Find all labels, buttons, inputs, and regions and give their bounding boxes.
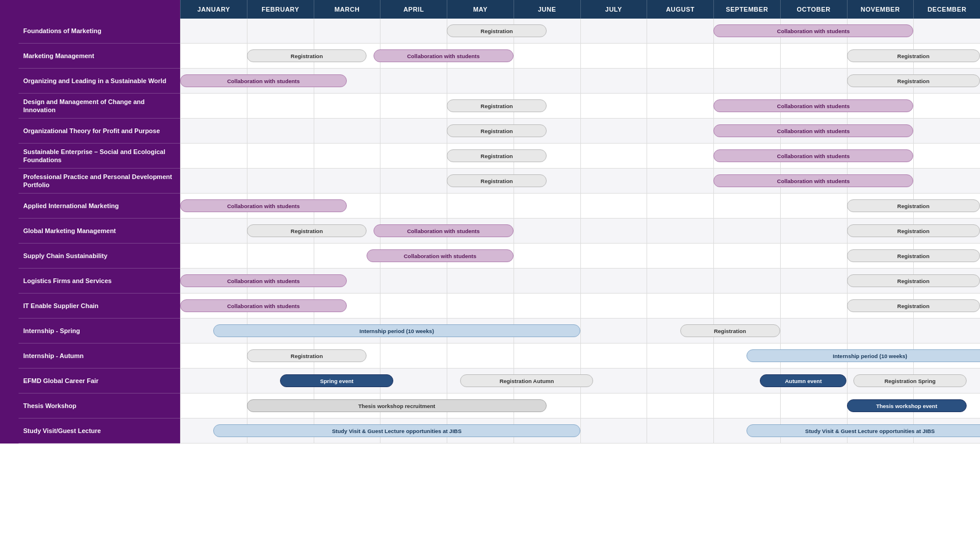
row-name: Thesis Workshop	[19, 394, 180, 419]
header-title	[0, 0, 180, 19]
month-header-august: AUGUST	[647, 0, 713, 19]
month-header-april: APRIL	[380, 0, 447, 19]
month-header-july: JULY	[580, 0, 647, 19]
activities-label	[0, 319, 19, 444]
row-name: Sustainable Enterprise – Social and Ecol…	[19, 144, 180, 169]
row-name: Professional Practice and Personal Devel…	[19, 169, 180, 194]
timeline-bar: Internship period (10 weeks)	[213, 324, 580, 337]
grid-row: RegistrationCollaboration with students	[180, 169, 980, 194]
timeline-bar: Registration	[447, 99, 547, 112]
month-header-january: JANUARY	[180, 0, 247, 19]
timeline-bar: Thesis workshop recruitment	[247, 399, 547, 412]
grid-row: RegistrationCollaboration with studentsR…	[180, 219, 980, 244]
timeline-bar: Registration Autumn	[460, 374, 594, 387]
timeline-bar: Registration	[447, 24, 547, 37]
timeline-bar: Registration	[247, 349, 367, 362]
timeline-bar: Collaboration with students	[713, 24, 913, 37]
month-header-may: MAY	[447, 0, 514, 19]
timeline-bar: Registration Spring	[853, 374, 967, 387]
row-name: Supply Chain Sustainability	[19, 244, 180, 269]
row-name: Foundations of Marketing	[19, 19, 180, 44]
timeline-bar: Registration	[847, 74, 981, 87]
grid-row: Thesis workshop recruitmentThesis worksh…	[180, 394, 980, 419]
timeline-bar: Collaboration with students	[374, 49, 514, 62]
row-name: Organizing and Leading in a Sustainable …	[19, 69, 180, 94]
month-header-december: DECEMBER	[913, 0, 980, 19]
timeline-bar: Collaboration with students	[713, 149, 913, 162]
grid-row: RegistrationInternship period (10 weeks)	[180, 344, 980, 369]
timeline-bar: Collaboration with students	[180, 74, 347, 87]
timeline-bar: Collaboration with students	[367, 249, 513, 262]
row-name: Organizational Theory for Profit and Pur…	[19, 119, 180, 144]
timeline-bar: Spring event	[280, 374, 393, 387]
row-name: Logistics Firms and Services	[19, 269, 180, 294]
grid-row: Spring eventRegistration AutumnAutumn ev…	[180, 369, 980, 394]
timeline-bar: Registration	[447, 174, 547, 187]
grid-row: Internship period (10 weeks)Registration	[180, 319, 980, 344]
timeline-bar: Registration	[847, 49, 981, 62]
month-header-june: JUNE	[514, 0, 580, 19]
timeline-bar: Registration	[447, 149, 547, 162]
month-header-october: OCTOBER	[780, 0, 847, 19]
grid-row: RegistrationCollaboration with students	[180, 119, 980, 144]
month-header-march: MARCH	[314, 0, 380, 19]
timeline-bar: Registration	[847, 199, 981, 212]
grid-row: Collaboration with studentsRegistration	[180, 294, 980, 319]
grid-row: Collaboration with studentsRegistration	[180, 269, 980, 294]
timeline-bar: Internship period (10 weeks)	[746, 349, 980, 362]
timeline-bar: Registration	[847, 249, 981, 262]
grid-row: RegistrationCollaboration with students	[180, 144, 980, 169]
row-name: EFMD Global Career Fair	[19, 369, 180, 394]
row-name: Study Visit/Guest Lecture	[19, 419, 180, 444]
timeline-bar: Registration	[847, 224, 981, 237]
grid-row: RegistrationCollaboration with students	[180, 94, 980, 119]
timeline-bar: Autumn event	[760, 374, 846, 387]
timeline-bar: Collaboration with students	[180, 199, 347, 212]
month-header-february: FEBRUARY	[247, 0, 314, 19]
row-name: Design and Management of Change and Inno…	[19, 94, 180, 119]
row-name: Global Marketing Management	[19, 219, 180, 244]
timeline-bar: Collaboration with students	[180, 274, 347, 287]
grid-row: Collaboration with studentsRegistration	[180, 194, 980, 219]
timeline-bar: Collaboration with students	[374, 224, 514, 237]
month-header-september: SEPTEMBER	[713, 0, 780, 19]
timeline-bar: Collaboration with students	[713, 174, 913, 187]
row-name: IT Enable Supplier Chain	[19, 294, 180, 319]
timeline-bar: Thesis workshop event	[847, 399, 967, 412]
row-name: Applied International Marketing	[19, 194, 180, 219]
grid-row: Study Visit & Guest Lecture opportunitie…	[180, 419, 980, 444]
timeline-bar: Registration	[680, 324, 780, 337]
timeline-bar: Registration	[847, 274, 981, 287]
timeline-bar: Collaboration with students	[713, 124, 913, 137]
row-name: Internship - Spring	[19, 319, 180, 344]
grid-row: Collaboration with studentsRegistration	[180, 69, 980, 94]
grid-row: RegistrationCollaboration with studentsR…	[180, 44, 980, 69]
month-header-november: NOVEMBER	[847, 0, 914, 19]
timeline-bar: Registration	[847, 299, 981, 312]
grid-row: Collaboration with studentsRegistration	[180, 244, 980, 269]
row-name: Marketing Management	[19, 44, 180, 69]
timeline-bar: Registration	[247, 224, 367, 237]
timeline-bar: Registration	[447, 124, 547, 137]
timeline-bar: Collaboration with students	[713, 99, 913, 112]
row-name: Internship - Autumn	[19, 344, 180, 369]
grid-row: RegistrationCollaboration with students	[180, 19, 980, 44]
timeline-bar: Registration	[247, 49, 367, 62]
timeline-bar: Collaboration with students	[180, 299, 347, 312]
timeline-bar: Study Visit & Guest Lecture opportunitie…	[213, 424, 580, 437]
course-projects-label	[0, 19, 19, 319]
timeline-bar: Study Visit & Guest Lecture opportunitie…	[746, 424, 980, 437]
